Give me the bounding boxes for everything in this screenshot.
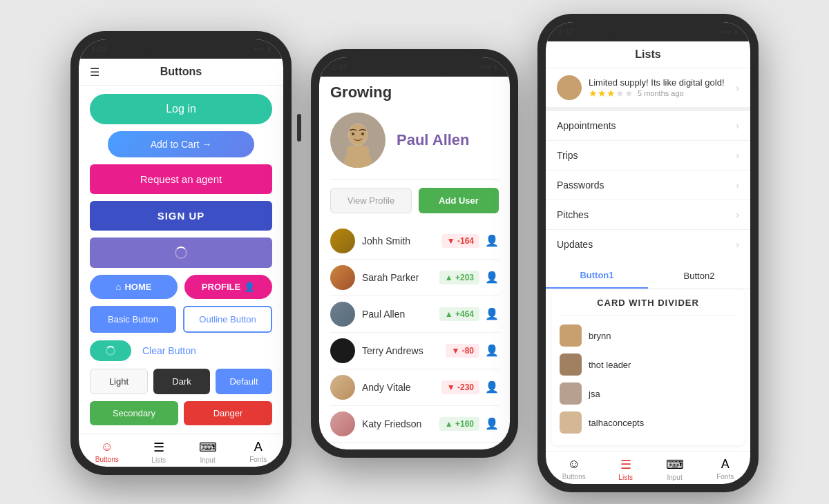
phone2-header: Growing [319, 77, 510, 106]
danger-button[interactable]: Danger [184, 401, 272, 425]
signup-button[interactable]: SIGN UP [90, 201, 272, 231]
nav-fonts-icon: A [254, 440, 263, 454]
user-icon: 👤 [485, 344, 499, 357]
user-badge: ▼ -80 [446, 344, 479, 358]
svg-point-2 [349, 124, 367, 145]
list-item-text: Passwords [557, 180, 604, 191]
phone2-content: Paul Allen View Profile Add User Johh Sm… [319, 106, 510, 449]
tab-button1-label: Button1 [580, 270, 613, 280]
list-item-trips[interactable]: Trips › [546, 141, 750, 171]
list-item-text: Pitches [557, 209, 589, 220]
nav-lists-label: Lists [151, 456, 166, 464]
user-avatar [330, 229, 355, 253]
outline-button[interactable]: Outline Button [183, 306, 272, 333]
user-name: Paul Allen [362, 309, 439, 320]
user-badge: ▼ -164 [441, 234, 479, 248]
list-section: Appointments › Trips › Passwords › Pitch… [546, 111, 750, 259]
card-user-name: talhaconcepts [589, 418, 644, 428]
light-dark-default-row: Light Dark Default [90, 369, 272, 394]
loading-button[interactable] [90, 238, 272, 268]
profile-button[interactable]: PROFILE 👤 [184, 275, 272, 299]
list-chevron: › [736, 120, 739, 131]
user-name: Katy Friedson [362, 418, 439, 429]
basic-button[interactable]: Basic Button [90, 306, 176, 333]
clear-button[interactable]: Clear Button [137, 340, 202, 362]
nav-lists-label: Lists [618, 474, 633, 481]
list-chevron: › [736, 209, 739, 220]
tabs-section: Button1 Button2 [546, 263, 750, 289]
user-name: Andy Vitale [362, 382, 441, 393]
menu-icon[interactable]: ☰ [90, 66, 99, 79]
wifi-icon: ●●● [480, 64, 491, 70]
light-button[interactable]: Light [90, 369, 148, 394]
phone2-time: 1:34 [332, 63, 347, 71]
svg-point-5 [352, 133, 354, 135]
list-item-text: Appointments [557, 120, 616, 131]
user-name: Johh Smith [362, 235, 441, 246]
card-user-row: thot leader [560, 350, 736, 379]
card-user-row: jsa [560, 379, 736, 408]
profile-label: PROFILE [202, 282, 240, 292]
nav-input-label: Input [200, 456, 215, 464]
addcart-label: Add to Cart → [151, 139, 212, 150]
addcart-button[interactable]: Add to Cart → [108, 131, 254, 157]
toggle-loading-button[interactable] [90, 340, 131, 361]
nav-buttons-label: Buttons [95, 456, 119, 463]
battery-icon: ▮ [734, 28, 738, 35]
nav-input[interactable]: ⌨ Input [199, 440, 217, 464]
list-chevron: › [736, 180, 739, 191]
user-badge: ▲ +464 [439, 307, 479, 321]
add-user-button[interactable]: Add User [419, 188, 499, 213]
profile-icon: 👤 [244, 282, 255, 292]
view-profile-button[interactable]: View Profile [330, 188, 412, 213]
nav-buttons[interactable]: ☺ Buttons [562, 457, 586, 481]
nav-lists[interactable]: ☰ Lists [151, 440, 166, 464]
phone3-notch [610, 22, 686, 39]
agent-button[interactable]: Request an agent [90, 164, 272, 194]
tab-button1[interactable]: Button1 [546, 263, 648, 289]
nav-fonts[interactable]: A Fonts [716, 457, 734, 481]
basic-outline-row: Basic Button Outline Button [90, 306, 272, 333]
card-user-avatar [560, 411, 582, 434]
list-item-appointments[interactable]: Appointments › [546, 111, 750, 141]
phone1-content: Log in Add to Cart → Request an agent SI… [79, 86, 283, 434]
phone2: 1:34 ●●● ▮ Growing [311, 49, 518, 458]
phone3-header: Lists [546, 41, 750, 68]
list-item-pitches[interactable]: Pitches › [546, 200, 750, 230]
card-title: CARD WITH DIVIDER [560, 298, 736, 316]
featured-item[interactable]: Limited supply! Its like digital gold! ★… [546, 68, 750, 111]
featured-text: Limited supply! Its like digital gold! ★… [589, 77, 736, 99]
card-user-avatar [560, 353, 582, 376]
secondary-button[interactable]: Secondary [90, 401, 178, 425]
list-item-text: Trips [557, 150, 578, 161]
phone1-header: ☰ Buttons [79, 59, 283, 86]
nav-fonts-label: Fonts [716, 473, 734, 481]
nav-lists[interactable]: ☰ Lists [618, 457, 633, 481]
nav-input-icon: ⌨ [666, 457, 684, 472]
nav-fonts[interactable]: A Fonts [249, 440, 267, 464]
phone2-screen: 1:34 ●●● ▮ Growing [319, 57, 510, 449]
default-button[interactable]: Default [216, 369, 272, 394]
user-icon: 👤 [485, 417, 499, 430]
list-item-passwords[interactable]: Passwords › [546, 171, 750, 200]
tab-button2-label: Button2 [684, 271, 715, 281]
nav-input[interactable]: ⌨ Input [666, 457, 684, 481]
nav-buttons[interactable]: ☺ Buttons [95, 440, 119, 464]
user-avatar [330, 338, 355, 363]
list-item-updates[interactable]: Updates › [546, 230, 750, 259]
phone1-status-icons: ●●● ▮ [254, 46, 271, 52]
battery-icon: ▮ [494, 64, 497, 70]
phone2-status-icons: ●●● ▮ [480, 64, 497, 70]
user-badge: ▼ -230 [441, 380, 479, 394]
dark-button[interactable]: Dark [153, 369, 210, 394]
wifi-icon: ●●● [254, 46, 265, 52]
card-user-avatar [560, 324, 582, 347]
nav-lists-icon: ☰ [620, 457, 631, 472]
card-user-avatar [560, 382, 582, 405]
user-avatar [330, 302, 355, 327]
tab-button2[interactable]: Button2 [648, 263, 750, 289]
home-button[interactable]: ⌂ HOME [90, 275, 178, 299]
login-button[interactable]: Log in [90, 94, 272, 124]
user-avatar [330, 411, 355, 436]
user-badge: ▲ +203 [439, 271, 479, 284]
